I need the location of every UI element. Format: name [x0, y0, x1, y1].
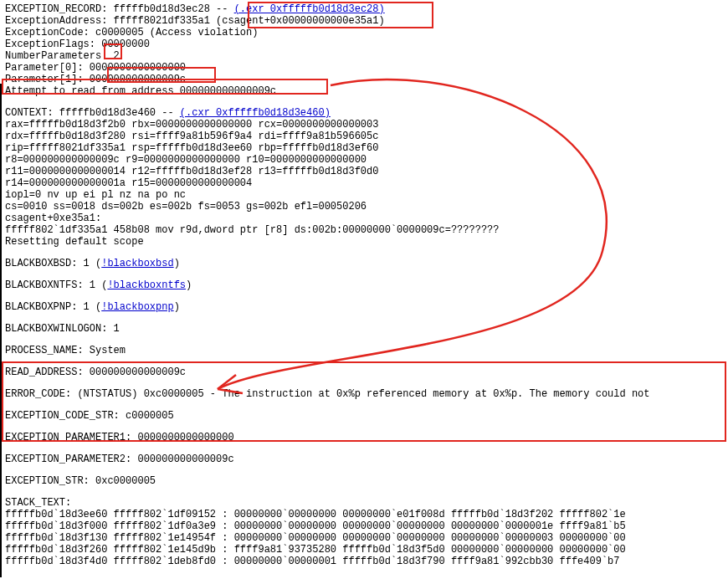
reg-r8-line: r8=000000000000009c r9=0000000000000000 …: [5, 154, 723, 166]
module-offset-line: csagent+0xe35a1:: [5, 213, 723, 224]
stack-text-1: fffffb0d`18d3ee60 fffff802`1df09152 : 00…: [5, 509, 723, 520]
exception-parameter1-line: EXCEPTION_PARAMETER1: 0000000000000000: [5, 432, 723, 443]
parameter0-line: Parameter[0]: 0000000000000000: [5, 62, 723, 74]
stack-text-5: fffffb0d`18d3f4d0 fffff802`1deb8fd0 : 00…: [5, 556, 723, 567]
process-name-line: PROCESS_NAME: System: [5, 345, 723, 356]
debug-output: EXCEPTION_RECORD: fffffb0d18d3ec28 -- (.…: [0, 0, 728, 571]
reg-r11-line: r11=0000000000000014 r12=fffffb0d18d3ef2…: [5, 166, 723, 177]
exception-address-line: ExceptionAddress: fffff8021df335a1 (csag…: [5, 15, 723, 27]
exception-address-value: ExceptionAddress: fffff8021df335a1: [5, 15, 210, 27]
blackboxbsd-close: ): [174, 258, 180, 269]
blackboxbsd-label: BLACKBOXBSD: 1 (: [5, 258, 101, 269]
exception-record-label: EXCEPTION_RECORD: fffffb0d18d3ec28 --: [5, 3, 234, 15]
context-line: CONTEXT: fffffb0d18d3e460 -- (.cxr 0xfff…: [5, 107, 723, 119]
attempt-read-line: Attempt to read from address 00000000000…: [5, 85, 723, 97]
blackboxpnp-label: BLACKBOXPNP: 1 (: [5, 301, 101, 313]
read-address-line: READ_ADDRESS: 000000000000009c: [5, 366, 723, 378]
parameter1-line: Parameter[1]: 000000000000009c: [5, 74, 723, 85]
blackboxbsd-line: BLACKBOXBSD: 1 (!blackboxbsd): [5, 258, 723, 269]
blackboxntfs-link[interactable]: !blackboxntfs: [107, 279, 186, 291]
blackboxpnp-link[interactable]: !blackboxpnp: [101, 301, 173, 313]
reg-r14-line: r14=000000000000001a r15=000000000000000…: [5, 177, 723, 189]
blackboxwinlogon-line: BLACKBOXWINLOGON: 1: [5, 323, 723, 335]
stack-text-2: fffffb0d`18d3f000 fffff802`1df0a3e9 : 00…: [5, 520, 723, 532]
reg-rip-line: rip=fffff8021df335a1 rsp=fffffb0d18d3ee6…: [5, 142, 723, 154]
error-code-line: ERROR_CODE: (NTSTATUS) 0xc0000005 - The …: [5, 388, 723, 400]
number-parameters-line: NumberParameters: 2: [5, 50, 723, 62]
blackboxntfs-label: BLACKBOXNTFS: 1 (: [5, 279, 107, 291]
blackboxpnp-line: BLACKBOXPNP: 1 (!blackboxpnp): [5, 301, 723, 313]
exr-link[interactable]: (.exr 0xfffffb0d18d3ec28): [234, 3, 385, 15]
iopl-line: iopl=0 nv up ei pl nz na po nc: [5, 189, 723, 201]
context-label: CONTEXT: fffffb0d18d3e460 --: [5, 107, 180, 119]
cxr-link[interactable]: (.cxr 0xfffffb0d18d3e460): [180, 107, 331, 119]
blackboxpnp-close: ): [174, 301, 180, 313]
stack-text-label: STACK_TEXT:: [5, 497, 723, 509]
stack-text-3: fffffb0d`18d3f130 fffff802`1e14954f : 00…: [5, 532, 723, 544]
reg-rax-line: rax=fffffb0d18d3f2b0 rbx=000000000000000…: [5, 119, 723, 131]
stack-text-4: fffffb0d`18d3f260 fffff802`1e145d9b : ff…: [5, 544, 723, 556]
blackboxntfs-line: BLACKBOXNTFS: 1 (!blackboxntfs): [5, 279, 723, 291]
seg-line: cs=0010 ss=0018 ds=002b es=002b fs=0053 …: [5, 201, 723, 213]
exception-code-line: ExceptionCode: c0000005 (Access violatio…: [5, 27, 723, 38]
exception-record-line: EXCEPTION_RECORD: fffffb0d18d3ec28 -- (.…: [5, 3, 723, 15]
blackboxntfs-close: ): [186, 279, 192, 291]
exception-code-str-line: EXCEPTION_CODE_STR: c0000005: [5, 410, 723, 422]
exception-address-module: (csagent+0x00000000000e35a1): [210, 15, 385, 27]
exception-flags-line: ExceptionFlags: 00000000: [5, 38, 723, 50]
blackboxbsd-link[interactable]: !blackboxbsd: [101, 258, 173, 269]
exception-str-line: EXCEPTION_STR: 0xc0000005: [5, 475, 723, 487]
disasm-line: fffff802`1df335a1 458b08 mov r9d,dword p…: [5, 224, 723, 236]
scope-line: Resetting default scope: [5, 236, 723, 248]
exception-parameter2-line: EXCEPTION_PARAMETER2: 000000000000009c: [5, 453, 723, 465]
reg-rdx-line: rdx=fffffb0d18d3f280 rsi=ffff9a81b596f9a…: [5, 131, 723, 142]
